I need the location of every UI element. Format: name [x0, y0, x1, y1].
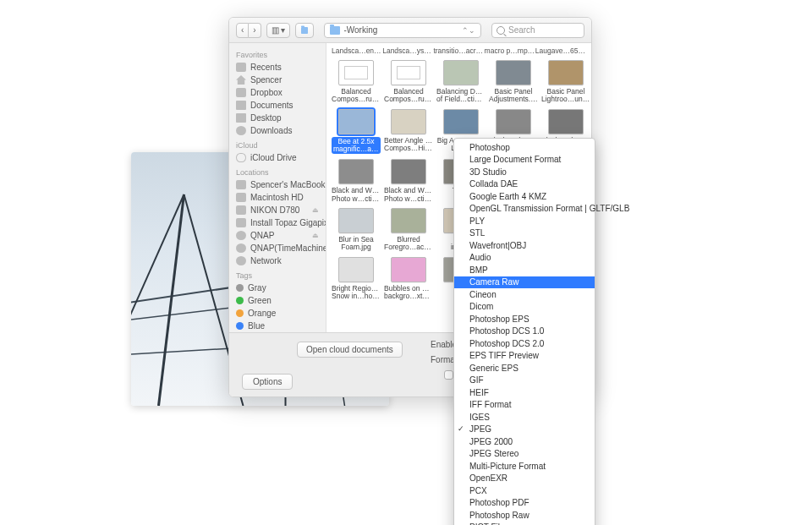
file-item[interactable]: Black and WhitePhoto w…ction.jpg [332, 159, 381, 203]
format-menu-item[interactable]: Collada DAE [454, 178, 595, 191]
group-button[interactable] [295, 23, 314, 38]
search-field[interactable]: Search [491, 23, 584, 38]
format-menu-item[interactable]: Photoshop PDF [454, 497, 595, 510]
sidebar-item[interactable]: NIKON D780⏏ [229, 204, 326, 216]
format-menu-item[interactable]: PLY [454, 215, 595, 227]
sidebar-item[interactable]: Macintosh HD [229, 191, 326, 204]
format-menu-item[interactable]: Wavefront|OBJ [454, 239, 595, 252]
format-menu-item[interactable]: PICT File [454, 522, 595, 526]
format-menu-item[interactable]: Google Earth 4 KMZ [454, 190, 595, 203]
sidebar-item-label: Macintosh HD [250, 193, 304, 202]
format-menu-item[interactable]: JPEG [454, 424, 595, 436]
format-menu-item[interactable]: OpenEXR [454, 473, 595, 485]
file-item[interactable]: Bee at 2.5xmagnific…acro.jpg [332, 109, 381, 155]
format-menu-item[interactable]: Cineon [454, 288, 595, 301]
sidebar-item[interactable]: QNAP⏏ [229, 229, 326, 242]
back-button[interactable]: ‹ [236, 23, 249, 38]
file-label[interactable]: transitio…acro.jpg [433, 46, 484, 55]
image-sequence-checkbox[interactable] [444, 370, 453, 380]
format-menu-item[interactable]: OpenGL Transmission Format | GLTF/GLB [454, 203, 595, 216]
file-label[interactable]: Landsca…ens.jpg [332, 46, 382, 55]
sidebar-item[interactable]: Downloads [229, 124, 326, 137]
sidebar-item[interactable]: Spencer [229, 74, 326, 86]
file-item[interactable]: Basic PanelAdjustments.jpg [489, 60, 538, 104]
format-menu-item[interactable]: Photoshop DCS 1.0 [454, 325, 595, 338]
sidebar-item[interactable]: Network [229, 254, 326, 267]
file-label: Bright Region ofSnow in…hoto.jpg [332, 285, 381, 301]
file-thumbnail [338, 208, 374, 233]
sidebar-item[interactable]: QNAP(TimeMachine)⏏ [229, 242, 326, 254]
format-menu-item[interactable]: 3D Studio [454, 166, 595, 178]
file-thumbnail [391, 208, 426, 233]
format-menu-item[interactable]: HEIF [454, 386, 595, 399]
sidebar-item[interactable]: Install Topaz Gigapixe…⏏ [229, 216, 326, 229]
format-menu-item[interactable]: STL [454, 227, 595, 240]
format-menu-item[interactable]: EPS TIFF Preview [454, 350, 595, 363]
file-label[interactable]: macro p…mple.jpg [485, 46, 535, 55]
file-item[interactable]: Bubbles on a pinkbackgro…xture.jpg [384, 257, 433, 301]
sidebar-item-label: Install Topaz Gigapixe… [250, 218, 326, 227]
sidebar-item-label: QNAP [250, 231, 274, 240]
sidebar-item[interactable]: iCloud Drive [229, 151, 326, 164]
view-mode-button[interactable]: ▥ ▾ [266, 23, 291, 38]
file-item[interactable]: BalancedCompos…rum.png [332, 60, 381, 104]
sidebar-item[interactable]: Spencer's MacBook Pro… [229, 178, 326, 191]
file-label[interactable]: Laugave…65.JPG [535, 46, 586, 55]
file-label[interactable]: Landsca…yser.jpg [382, 46, 433, 55]
file-item[interactable]: Bright Region ofSnow in…hoto.jpg [332, 257, 381, 301]
eject-icon[interactable]: ⏏ [312, 232, 319, 239]
ico-home-icon [236, 75, 246, 85]
toolbar: ‹ › ▥ ▾ -Working ⌃⌄ Search [229, 18, 591, 43]
sidebar-item[interactable]: Gray [229, 282, 326, 294]
svg-line-3 [159, 194, 184, 406]
format-menu-item[interactable]: GIF [454, 375, 595, 387]
eject-icon[interactable]: ⏏ [312, 206, 319, 214]
format-menu-item[interactable]: Audio [454, 252, 595, 265]
sidebar-item[interactable]: Dropbox [229, 86, 326, 99]
options-button[interactable]: Options [242, 374, 293, 390]
sidebar-group-header: Tags [229, 267, 326, 282]
file-thumbnail [391, 109, 426, 134]
format-menu-item[interactable]: JPEG 2000 [454, 435, 595, 448]
format-menu-item[interactable]: JPEG Stereo [454, 448, 595, 461]
nav-back-forward: ‹ › [236, 23, 261, 38]
path-folder-label: -Working [343, 25, 377, 35]
file-item[interactable]: Balancing Depthof Field…ction.jpg [436, 60, 486, 104]
format-menu-item[interactable]: IFF Format [454, 399, 595, 412]
format-menu-item[interactable]: Generic EPS [454, 362, 595, 375]
format-menu-item[interactable]: Camera Raw [454, 276, 595, 289]
format-menu-item[interactable]: IGES [454, 411, 595, 424]
file-item[interactable]: Blur in SeaFoam.jpg [332, 208, 381, 252]
file-item[interactable]: Basic PanelLightroo…une.jpg [541, 60, 590, 104]
file-item[interactable]: BlurredForegro…acker.jpg [384, 208, 433, 252]
format-menu-item[interactable]: Photoshop EPS [454, 313, 595, 325]
open-cloud-documents-button[interactable]: Open cloud documents [297, 342, 403, 358]
file-thumbnail [496, 60, 531, 85]
format-menu-item[interactable]: Photoshop DCS 2.0 [454, 337, 595, 350]
ico-disk-icon [236, 218, 246, 227]
file-label: BalancedCompos…rum.psd [384, 88, 433, 104]
sidebar-item[interactable]: Orange [229, 307, 326, 320]
sidebar-item[interactable]: Desktop [229, 112, 326, 124]
format-menu-item[interactable]: Dicom [454, 301, 595, 314]
format-menu-item[interactable]: Multi-Picture Format [454, 460, 595, 473]
sidebar-item[interactable]: Blue [229, 320, 326, 332]
search-placeholder: Search [508, 25, 535, 35]
format-menu-item[interactable]: Photoshop Raw [454, 509, 595, 522]
format-menu-item[interactable]: BMP [454, 264, 595, 276]
file-thumbnail [391, 257, 426, 282]
format-menu-item[interactable]: Photoshop [454, 141, 595, 154]
file-item[interactable]: Black and WhitePhoto w…ction.jpg [384, 159, 433, 203]
format-menu-item[interactable]: Large Document Format [454, 154, 595, 167]
ico-dropbox-icon [236, 88, 246, 97]
sidebar-group-header: iCloud [229, 137, 326, 151]
path-selector[interactable]: -Working ⌃⌄ [324, 23, 481, 38]
sidebar-item[interactable]: Documents [229, 99, 326, 112]
forward-button[interactable]: › [249, 23, 261, 38]
sidebar-item[interactable]: Green [229, 294, 326, 307]
file-item[interactable]: Better Angle butCompos…High.jpg [384, 109, 433, 155]
file-item[interactable]: BalancedCompos…rum.psd [384, 60, 433, 104]
sidebar-item[interactable]: Recents [229, 61, 326, 74]
format-menu-item[interactable]: PCX [454, 484, 595, 497]
file-thumbnail [338, 257, 374, 282]
